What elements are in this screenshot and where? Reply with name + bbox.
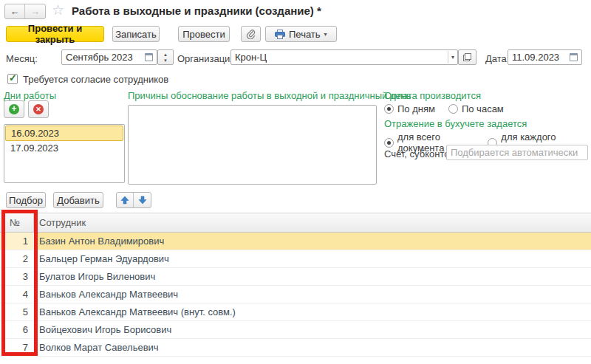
org-dropdown-icon[interactable]: ▾ (448, 51, 457, 63)
page-title: Работа в выходные и праздники (создание)… (72, 4, 321, 17)
forward-arrow-icon: → (30, 6, 40, 17)
accounting-label: Отражение в бухучете задается (384, 118, 527, 129)
remove-day-button[interactable]: ✕ (28, 100, 49, 118)
forward-button[interactable]: → (25, 4, 45, 18)
back-arrow-icon: ← (10, 6, 20, 17)
employee-name: Волков Марат Савельевич (34, 339, 159, 356)
work-day-item[interactable]: 17.09.2023 (5, 141, 123, 157)
date-label: Дата: (485, 53, 509, 64)
payment-options: По дням По часам (384, 103, 504, 114)
arrow-up-icon (120, 196, 129, 205)
work-days-label: Дни работы (4, 90, 56, 101)
consent-label: Требуется согласие сотрудников (23, 74, 168, 85)
post-button[interactable]: Провести (178, 26, 230, 42)
pick-button[interactable]: Подбор (6, 192, 46, 208)
plus-icon: + (9, 104, 19, 114)
favorite-star-icon[interactable]: ☆ (52, 1, 64, 18)
month-spinner[interactable]: ▲ ▼ (157, 49, 174, 65)
month-label: Месяц: (6, 53, 38, 64)
organization-value: Крон-Ц (235, 52, 267, 63)
organization-label: Организация: (177, 53, 238, 64)
calendar-icon[interactable] (145, 53, 153, 61)
add-day-button[interactable]: + (4, 100, 24, 118)
column-header-employee[interactable]: Сотрудник (34, 213, 86, 232)
chevron-down-icon: ▾ (324, 31, 327, 38)
history-nav: ← → (4, 4, 46, 19)
employee-table-body: 1Базин Антон Владимирович2Бальцер Герман… (0, 233, 591, 357)
org-open-button[interactable] (458, 49, 476, 65)
employee-name: Булатов Игорь Виленович (34, 268, 155, 285)
row-number: 4 (0, 286, 34, 303)
employee-name: Ваньков Александр Матвеевич (34, 286, 178, 303)
spin-up-icon[interactable]: ▲ (163, 52, 168, 58)
radio-by-days[interactable] (384, 104, 394, 114)
radio-by-hours[interactable] (448, 104, 458, 114)
paperclip-icon (246, 29, 256, 39)
reasons-label: Причины обоснование работы в выходной и … (128, 90, 411, 101)
spin-down-icon[interactable]: ▼ (163, 58, 168, 63)
row-number: 2 (0, 250, 34, 267)
consent-checkbox[interactable]: ✓ (7, 74, 18, 84)
open-link-icon (463, 53, 471, 61)
toolbar: Провести и закрыть Записать Провести Печ… (6, 26, 337, 42)
column-header-number[interactable]: № (0, 213, 34, 232)
row-number: 1 (0, 233, 34, 250)
row-number: 6 (0, 321, 34, 338)
employee-name: Ваньков Александр Матвеевич (внут. совм.… (34, 303, 236, 320)
add-button[interactable]: Добавить (53, 192, 103, 208)
employee-name: Бальцер Герман Эдуардович (34, 250, 169, 267)
month-value: Сентябрь 2023 (66, 52, 133, 63)
table-row[interactable]: 5Ваньков Александр Матвеевич (внут. совм… (0, 303, 591, 321)
move-down-button[interactable] (134, 193, 151, 207)
employee-name: Войцехович Игорь Борисович (34, 321, 171, 338)
table-row[interactable]: 7Волков Марат Савельевич (0, 339, 591, 357)
table-row[interactable]: 3Булатов Игорь Виленович (0, 268, 591, 286)
month-field[interactable]: Сентябрь 2023 (61, 49, 157, 65)
document-window: ← → ☆ Работа в выходные и праздники (соз… (0, 0, 591, 364)
save-button[interactable]: Записать (112, 26, 160, 42)
row-number: 7 (0, 339, 34, 356)
delete-icon: ✕ (33, 104, 44, 114)
table-row[interactable]: 2Бальцер Герман Эдуардович (0, 250, 591, 268)
table-row[interactable]: 1Базин Антон Владимирович (0, 233, 591, 250)
attachments-button[interactable] (241, 26, 261, 42)
account-input[interactable] (446, 145, 588, 160)
calendar-icon[interactable] (570, 53, 578, 61)
employee-name: Базин Антон Владимирович (34, 233, 164, 250)
table-row[interactable]: 4Ваньков Александр Матвеевич (0, 286, 591, 303)
reasons-textarea[interactable] (128, 105, 377, 185)
print-label: Печать (289, 29, 321, 40)
back-button[interactable]: ← (5, 4, 25, 18)
radio-by-hours-label[interactable]: По часам (462, 103, 504, 114)
payment-label: Оплата производится (384, 90, 481, 101)
account-label: Счет, субконто: (384, 148, 452, 159)
row-number: 5 (0, 303, 34, 320)
table-header: № Сотрудник (0, 213, 591, 233)
arrow-down-icon (138, 196, 147, 205)
work-days-list: 16.09.202317.09.2023 (4, 124, 125, 183)
move-buttons (116, 192, 151, 208)
print-button[interactable]: Печать ▾ (265, 26, 337, 42)
move-up-button[interactable] (117, 193, 134, 207)
date-field[interactable]: 11.09.2023 (508, 49, 582, 65)
radio-by-days-label[interactable]: По дням (397, 103, 435, 114)
post-and-close-button[interactable]: Провести и закрыть (6, 26, 104, 42)
date-value: 11.09.2023 (512, 52, 559, 63)
organization-field[interactable]: Крон-Ц ▾ (230, 49, 458, 65)
table-row[interactable]: 6Войцехович Игорь Борисович (0, 321, 591, 339)
row-number: 3 (0, 268, 34, 285)
radio-whole-document[interactable] (384, 138, 394, 148)
check-icon: ✓ (9, 72, 17, 83)
work-day-item[interactable]: 16.09.2023 (5, 126, 123, 141)
printer-icon (275, 30, 285, 39)
